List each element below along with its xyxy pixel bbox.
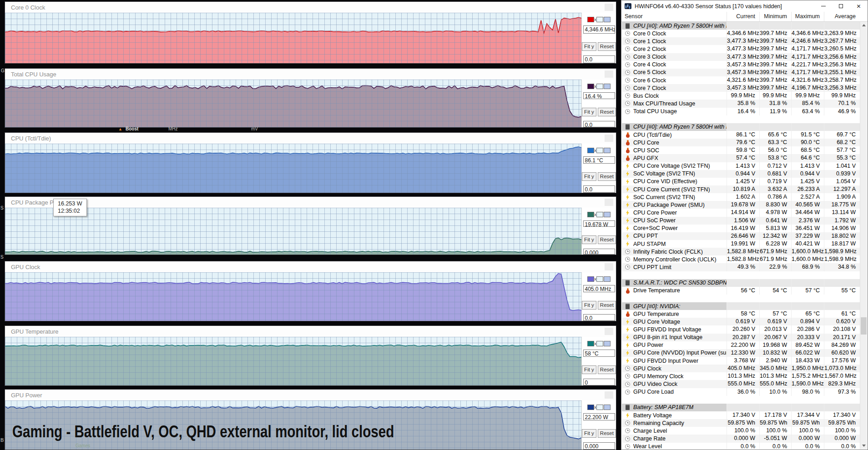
column-header-maximum[interactable]: Maximum (792, 12, 824, 21)
section-header-row[interactable]: GPU [#0]: NVIDIA: (622, 302, 860, 310)
fit-y-button[interactable]: Fit y (582, 429, 596, 438)
table-row[interactable]: Core 1 Clock3,477.3 MHz399.7 MHz4,246.6 … (622, 37, 860, 45)
table-row[interactable]: Remaining Capacity59.875 Wh59.875 Wh59.8… (622, 419, 860, 427)
reset-button[interactable]: Reset (598, 429, 616, 438)
table-row[interactable]: GPU Memory Clock101.3 MHz101.3 MHz1,575.… (622, 372, 860, 380)
grid-color-swatch[interactable] (604, 212, 611, 217)
fit-y-button[interactable]: Fit y (582, 172, 596, 181)
graph-titlebar[interactable]: Core 0 Clock (5, 2, 616, 13)
table-row[interactable]: Infinity Fabric Clock (FCLK)1,582.8 MHz6… (622, 248, 860, 255)
table-row[interactable]: CPU (Tctl/Tdie)86.1 °C65.6 °C91.5 °C69.7… (622, 131, 860, 139)
series-color-swatch[interactable] (587, 405, 594, 410)
reset-button[interactable]: Reset (598, 235, 616, 244)
reset-button[interactable]: Reset (598, 301, 616, 310)
close-button[interactable]: ✕ (850, 0, 868, 12)
table-row[interactable]: APU GFX57.4 °C53.8 °C64.6 °C55.3 °C (622, 154, 860, 162)
table-row[interactable]: CPU PPT26.646 W12.342 W37.229 W18.802 W (622, 232, 860, 240)
table-row[interactable]: Core 4 Clock3,457.3 MHz399.7 MHz4,221.7 … (622, 61, 860, 69)
maximize-button[interactable] (832, 0, 850, 12)
scrollbar[interactable] (860, 22, 867, 449)
graph-close-button[interactable] (605, 70, 613, 78)
grid-color-swatch[interactable] (604, 148, 611, 153)
fit-y-button[interactable]: Fit y (582, 301, 596, 310)
table-row[interactable]: Charge Rate0.000 W-5.051 W0.000 W0.000 W (622, 435, 860, 442)
table-row[interactable]: Max CPU/Thread Usage35.8 %31.8 %85.4 %70… (622, 100, 860, 107)
table-row[interactable]: Core 0 Clock4,346.6 MHz399.7 MHz4,346.6 … (622, 30, 860, 37)
table-row[interactable]: Core 7 Clock3,457.3 MHz399.7 MHz4,196.7 … (622, 84, 860, 92)
table-row[interactable]: CPU Core79.6 °C63.3 °C90.0 °C68.2 °C (622, 139, 860, 146)
graph-close-button[interactable] (605, 199, 613, 206)
minimize-button[interactable] (814, 0, 832, 12)
column-header-average[interactable]: Average (824, 12, 860, 21)
table-row[interactable]: GPU Clock405.0 MHz345.0 MHz1,950.0 MHz1,… (622, 365, 860, 372)
graph-close-button[interactable] (605, 135, 613, 142)
fit-y-button[interactable]: Fit y (582, 108, 596, 116)
table-row[interactable]: Bus Clock99.9 MHz99.9 MHz99.9 MHz99.9 MH… (622, 92, 860, 100)
fit-y-button[interactable]: Fit y (582, 365, 596, 374)
section-header-row[interactable]: S.M.A.R.T.: WDC PC SN530 SDBPNPZ-... (622, 279, 860, 287)
table-row[interactable]: Core+SoC Power16.419 W5.813 W36.451 W14.… (622, 225, 860, 232)
table-row[interactable]: Core 6 Clock4,321.6 MHz399.7 MHz4,321.6 … (622, 76, 860, 84)
grid-color-swatch[interactable] (604, 276, 611, 282)
reset-button[interactable]: Reset (598, 108, 616, 116)
grid-color-swatch[interactable] (604, 84, 611, 89)
fit-y-button[interactable]: Fit y (582, 42, 596, 51)
graph-titlebar[interactable]: Total CPU Usage (5, 69, 616, 80)
table-row[interactable]: Memory Controller Clock (UCLK)1,582.8 MH… (622, 255, 860, 263)
graph-titlebar[interactable]: CPU Package Power (SMU) (5, 197, 616, 208)
series-color-swatch[interactable] (587, 341, 594, 346)
table-row[interactable]: CPU SOC59.8 °C56.0 °C68.5 °C57.7 °C (622, 146, 860, 154)
fit-y-button[interactable]: Fit y (582, 235, 596, 244)
column-header-minimum[interactable]: Minimum (760, 12, 792, 21)
background-color-swatch[interactable] (596, 148, 603, 153)
table-row[interactable]: Wear Level0.0 %0.0 %0.0 %0.0 % (622, 443, 860, 449)
table-row[interactable]: CPU Core Voltage (SVI2 TFN)1.413 V0.712 … (622, 162, 860, 170)
table-row[interactable]: SoC Voltage (SVI2 TFN)0.944 V0.681 V0.94… (622, 170, 860, 178)
table-row[interactable]: Charge Level100.0 %100.0 %100.0 %100.0 % (622, 427, 860, 435)
reset-button[interactable]: Reset (598, 42, 616, 51)
background-color-swatch[interactable] (596, 84, 603, 89)
background-color-swatch[interactable] (596, 405, 603, 410)
series-color-swatch[interactable] (587, 148, 594, 153)
reset-button[interactable]: Reset (598, 365, 616, 374)
table-row[interactable]: GPU FBVDD Input Voltage20.260 V20.013 V2… (622, 325, 860, 333)
grid-color-swatch[interactable] (604, 405, 611, 410)
graph-close-button[interactable] (605, 391, 613, 399)
series-color-swatch[interactable] (587, 276, 594, 282)
table-row[interactable]: CPU Core Power14.914 W4.978 W34.464 W13.… (622, 209, 860, 216)
graph-close-button[interactable] (605, 328, 613, 335)
section-header-row[interactable]: CPU [#0]: AMD Ryzen 7 5800H with Ra... (622, 123, 860, 131)
table-row[interactable]: Drive Temperature56 °C54 °C57 °C55 °C (622, 287, 860, 295)
graph-titlebar[interactable]: GPU Temperature (5, 326, 616, 337)
graph-titlebar[interactable]: GPU Clock (5, 261, 616, 272)
graph-close-button[interactable] (605, 263, 613, 270)
series-color-swatch[interactable] (587, 212, 594, 217)
series-color-swatch[interactable] (587, 17, 594, 22)
section-header-row[interactable]: Battery: SMP AP18E7M (622, 404, 860, 411)
table-row[interactable]: CPU Package Power (SMU)19.678 W8.830 W40… (622, 201, 860, 209)
table-row[interactable]: GPU FBVDD Input Power3.768 W2.940 W18.43… (622, 357, 860, 365)
table-row[interactable]: CPU SoC Power1.506 W0.641 W2.376 W1.792 … (622, 217, 860, 225)
hwinfo-titlebar[interactable]: HWiNFO64 v6.40-4330 Sensor Status [170 v… (621, 0, 868, 12)
table-row[interactable]: GPU Core (NVVDD) Input Power (sum)12.330… (622, 349, 860, 357)
grid-color-swatch[interactable] (604, 17, 611, 22)
table-row[interactable]: Total CPU Usage16.4 %11.9 %63.4 %46.9 % (622, 108, 860, 115)
table-row[interactable]: APU STAPM19.991 W6.228 W40.421 W18.817 W (622, 240, 860, 248)
column-header-current[interactable]: Current (727, 12, 760, 21)
table-row[interactable]: GPU Video Clock555.0 MHz555.0 MHz1,590.0… (622, 380, 860, 388)
column-header-sensor[interactable]: Sensor (621, 12, 727, 21)
reset-button[interactable]: Reset (598, 172, 616, 181)
table-row[interactable]: Core 5 Clock3,457.3 MHz399.7 MHz4,171.7 … (622, 69, 860, 76)
background-color-swatch[interactable] (596, 341, 603, 346)
table-row[interactable]: Core 2 Clock3,477.3 MHz399.7 MHz4,171.7 … (622, 45, 860, 53)
scroll-up-button[interactable] (860, 22, 867, 29)
graph-titlebar[interactable]: GPU Power (5, 390, 616, 400)
table-row[interactable]: Core 3 Clock3,477.3 MHz399.7 MHz4,171.7 … (622, 53, 860, 61)
graph-titlebar[interactable]: CPU (Tctl/Tdie) (5, 133, 616, 144)
table-row[interactable]: GPU Temperature58 °C57 °C65 °C61 °C (622, 310, 860, 318)
graph-close-button[interactable] (605, 4, 613, 11)
background-color-swatch[interactable] (596, 17, 603, 22)
table-row[interactable]: Battery Voltage17.340 V17.178 V17.344 V1… (622, 411, 860, 419)
grid-color-swatch[interactable] (604, 341, 611, 346)
table-row[interactable]: GPU Core Load36.0 %10.0 %98.0 %97.3 % (622, 388, 860, 396)
